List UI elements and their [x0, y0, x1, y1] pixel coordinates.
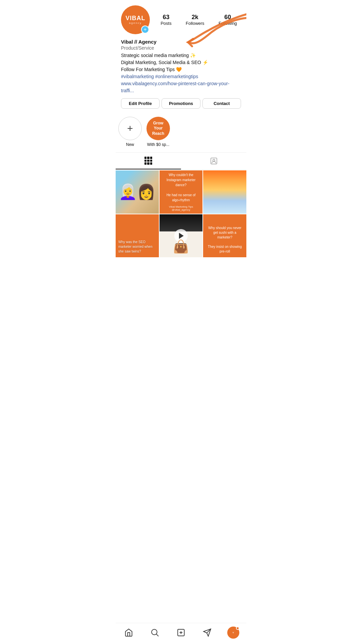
grow-story-label: With $0 sp...: [147, 142, 170, 147]
bio-section: Vibal // Agency Product/Service Strategi…: [121, 39, 241, 94]
action-buttons: Edit Profile Promotions Contact: [121, 98, 241, 109]
bag-image: 👜: [173, 239, 189, 254]
following-label: Following: [219, 21, 237, 26]
post-6-text: Why should you never get sushi with a ma…: [206, 226, 244, 254]
stories-row: + New GrowYourReach With $0 sp...: [116, 117, 246, 152]
tab-bar: [116, 152, 246, 170]
post-6[interactable]: Why should you never get sushi with a ma…: [203, 214, 246, 258]
post-2-brand: Vibal Marketing Tips@vibal_agency: [169, 205, 193, 211]
avatar-logo-sub: agency: [129, 21, 142, 24]
tab-grid[interactable]: [116, 153, 181, 169]
add-story-button[interactable]: +: [141, 25, 149, 34]
posts-stat[interactable]: 63 Posts: [161, 14, 172, 26]
posts-label: Posts: [161, 21, 172, 26]
person-icon: [210, 157, 218, 165]
svg-point-1: [213, 159, 215, 161]
promotions-button[interactable]: Promotions: [162, 98, 200, 109]
avatar-logo-text: VIBAL: [126, 15, 145, 22]
avatar: VIBAL agency +: [121, 5, 150, 34]
new-story-circle: +: [118, 117, 142, 140]
bio-text: Strategic social media marketing ✨ Digit…: [121, 52, 241, 94]
grow-story-text: GrowYourReach: [151, 119, 166, 138]
post-2-text: Why couldn't the Instagram marketer danc…: [163, 172, 199, 203]
bio-line-3: Follow For Marketing Tips 🧡: [121, 66, 241, 73]
bio-line-1: Strategic social media marketing ✨: [121, 52, 241, 59]
post-2[interactable]: Why couldn't the Instagram marketer danc…: [160, 170, 203, 214]
tab-tagged[interactable]: [181, 153, 246, 169]
post-1[interactable]: 👩‍🦳👩: [116, 170, 159, 214]
following-stat[interactable]: 60 Following: [219, 14, 237, 26]
followers-stat[interactable]: 2k Followers: [186, 14, 204, 26]
grow-story-item[interactable]: GrowYourReach With $0 sp...: [146, 117, 170, 147]
grow-story-circle: GrowYourReach: [146, 117, 170, 140]
post-3[interactable]: [203, 170, 246, 214]
bio-line-2: Digital Marketing, Social Media & SEO ⚡: [121, 59, 241, 66]
grid-icon: [144, 157, 153, 165]
post-4[interactable]: Why was the SEO marketer worried when sh…: [116, 214, 159, 258]
followers-label: Followers: [186, 21, 204, 26]
profile-name: Vibal // Agency: [121, 39, 241, 45]
beach-people-image: 👩‍🦳👩: [116, 170, 159, 214]
posts-count: 63: [163, 14, 169, 21]
following-count: 60: [224, 14, 231, 21]
bio-link[interactable]: www.vibalagency.com/how-pinterest-can-gr…: [121, 80, 241, 94]
followers-count: 2k: [192, 14, 198, 21]
post-4-text: Why was the SEO marketer worried when sh…: [118, 240, 156, 254]
edit-profile-button[interactable]: Edit Profile: [121, 98, 160, 109]
profile-category: Product/Service: [121, 45, 241, 51]
post-5[interactable]: 👜: [160, 214, 203, 258]
new-story-label: New: [126, 142, 134, 147]
new-story-item[interactable]: + New: [118, 117, 142, 147]
posts-grid: 👩‍🦳👩 Why couldn't the Instagram marketer…: [116, 170, 246, 257]
contact-button[interactable]: Contact: [202, 98, 241, 109]
stats-row: 63 Posts 2k Followers 60 Following: [157, 14, 241, 26]
bio-hashtags: #vibalmarketing #onlinemarketingtips: [121, 73, 241, 80]
